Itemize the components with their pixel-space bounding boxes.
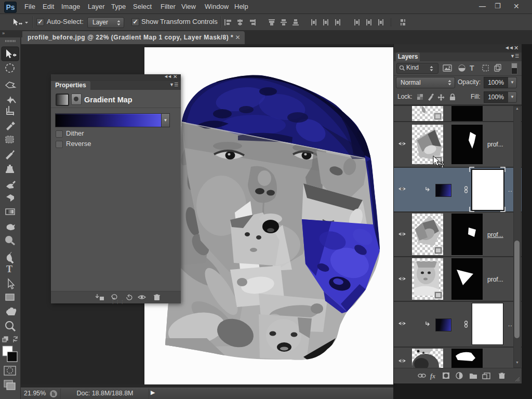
- svg-text:T: T: [6, 264, 12, 274]
- svg-text:fx: fx: [430, 373, 435, 380]
- svg-text:T: T: [470, 64, 474, 72]
